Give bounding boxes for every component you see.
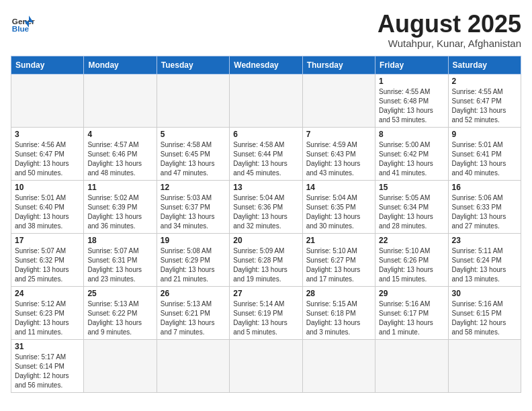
weekday-header-tuesday: Tuesday [157, 56, 229, 74]
week-row-2: 10Sunrise: 5:01 AM Sunset: 6:40 PM Dayli… [11, 180, 521, 233]
calendar-cell: 29Sunrise: 5:16 AM Sunset: 6:17 PM Dayli… [375, 286, 448, 339]
weekday-header-wednesday: Wednesday [230, 56, 302, 74]
calendar-cell: 24Sunrise: 5:12 AM Sunset: 6:23 PM Dayli… [11, 286, 84, 339]
calendar-cell: 12Sunrise: 5:03 AM Sunset: 6:37 PM Dayli… [157, 180, 229, 233]
calendar: SundayMondayTuesdayWednesdayThursdayFrid… [11, 56, 521, 393]
day-number: 6 [233, 130, 298, 139]
day-info: Sunrise: 5:10 AM Sunset: 6:26 PM Dayligh… [379, 246, 444, 284]
day-info: Sunrise: 4:55 AM Sunset: 6:47 PM Dayligh… [452, 87, 517, 125]
day-info: Sunrise: 4:56 AM Sunset: 6:47 PM Dayligh… [15, 140, 80, 178]
day-number: 23 [452, 236, 517, 245]
calendar-cell: 14Sunrise: 5:04 AM Sunset: 6:35 PM Dayli… [302, 180, 375, 233]
day-number: 27 [233, 289, 298, 298]
day-info: Sunrise: 5:03 AM Sunset: 6:37 PM Dayligh… [161, 193, 226, 231]
calendar-cell: 10Sunrise: 5:01 AM Sunset: 6:40 PM Dayli… [11, 180, 84, 233]
day-info: Sunrise: 5:13 AM Sunset: 6:21 PM Dayligh… [161, 300, 226, 337]
calendar-cell: 26Sunrise: 5:13 AM Sunset: 6:21 PM Dayli… [157, 286, 229, 339]
logo-icon: General Blue [11, 11, 35, 35]
calendar-cell: 18Sunrise: 5:07 AM Sunset: 6:31 PM Dayli… [84, 233, 157, 286]
weekday-header-monday: Monday [84, 56, 157, 74]
day-number: 28 [306, 289, 371, 298]
calendar-cell: 2Sunrise: 4:55 AM Sunset: 6:47 PM Daylig… [448, 74, 521, 127]
calendar-cell: 31Sunrise: 5:17 AM Sunset: 6:14 PM Dayli… [11, 339, 84, 392]
calendar-cell: 5Sunrise: 4:58 AM Sunset: 6:45 PM Daylig… [157, 127, 229, 180]
title-area: August 2025 Wutahpur, Kunar, Afghanistan [378, 11, 521, 49]
calendar-cell: 28Sunrise: 5:15 AM Sunset: 6:18 PM Dayli… [302, 286, 375, 339]
calendar-cell: 30Sunrise: 5:16 AM Sunset: 6:15 PM Dayli… [448, 286, 521, 339]
calendar-cell: 19Sunrise: 5:08 AM Sunset: 6:29 PM Dayli… [157, 233, 229, 286]
day-number: 11 [87, 183, 152, 192]
day-info: Sunrise: 5:00 AM Sunset: 6:42 PM Dayligh… [379, 140, 444, 178]
calendar-cell: 21Sunrise: 5:10 AM Sunset: 6:27 PM Dayli… [302, 233, 375, 286]
day-info: Sunrise: 5:14 AM Sunset: 6:19 PM Dayligh… [233, 300, 298, 337]
week-row-3: 17Sunrise: 5:07 AM Sunset: 6:32 PM Dayli… [11, 233, 521, 286]
calendar-cell [84, 74, 157, 127]
week-row-4: 24Sunrise: 5:12 AM Sunset: 6:23 PM Dayli… [11, 286, 521, 339]
calendar-cell [230, 339, 302, 392]
day-info: Sunrise: 5:15 AM Sunset: 6:18 PM Dayligh… [306, 300, 371, 337]
day-number: 22 [379, 236, 444, 245]
day-number: 1 [379, 77, 444, 86]
weekday-header-sunday: Sunday [11, 56, 84, 74]
calendar-cell [230, 74, 302, 127]
day-info: Sunrise: 5:12 AM Sunset: 6:23 PM Dayligh… [15, 300, 80, 337]
day-info: Sunrise: 5:16 AM Sunset: 6:17 PM Dayligh… [379, 300, 444, 337]
day-info: Sunrise: 5:06 AM Sunset: 6:33 PM Dayligh… [452, 193, 517, 231]
day-number: 16 [452, 183, 517, 192]
day-number: 10 [15, 183, 80, 192]
day-info: Sunrise: 5:16 AM Sunset: 6:15 PM Dayligh… [452, 300, 517, 337]
calendar-cell: 7Sunrise: 4:59 AM Sunset: 6:43 PM Daylig… [302, 127, 375, 180]
calendar-cell: 16Sunrise: 5:06 AM Sunset: 6:33 PM Dayli… [448, 180, 521, 233]
calendar-cell: 4Sunrise: 4:57 AM Sunset: 6:46 PM Daylig… [84, 127, 157, 180]
calendar-cell [157, 339, 229, 392]
calendar-cell [11, 74, 84, 127]
day-info: Sunrise: 4:57 AM Sunset: 6:46 PM Dayligh… [87, 140, 152, 178]
day-number: 3 [15, 130, 80, 139]
header: General Blue August 2025 Wutahpur, Kunar… [11, 11, 521, 49]
calendar-cell: 27Sunrise: 5:14 AM Sunset: 6:19 PM Dayli… [230, 286, 302, 339]
day-number: 24 [15, 289, 80, 298]
calendar-cell [302, 339, 375, 392]
calendar-cell [302, 74, 375, 127]
day-info: Sunrise: 4:55 AM Sunset: 6:48 PM Dayligh… [379, 87, 444, 125]
logo: General Blue [11, 11, 35, 35]
calendar-cell: 9Sunrise: 5:01 AM Sunset: 6:41 PM Daylig… [448, 127, 521, 180]
calendar-cell: 22Sunrise: 5:10 AM Sunset: 6:26 PM Dayli… [375, 233, 448, 286]
day-number: 31 [15, 342, 80, 351]
week-row-0: 1Sunrise: 4:55 AM Sunset: 6:48 PM Daylig… [11, 74, 521, 127]
day-info: Sunrise: 5:07 AM Sunset: 6:31 PM Dayligh… [87, 246, 152, 284]
day-info: Sunrise: 5:10 AM Sunset: 6:27 PM Dayligh… [306, 246, 371, 284]
weekday-header-thursday: Thursday [302, 56, 375, 74]
day-number: 15 [379, 183, 444, 192]
day-info: Sunrise: 5:04 AM Sunset: 6:35 PM Dayligh… [306, 193, 371, 231]
day-info: Sunrise: 5:02 AM Sunset: 6:39 PM Dayligh… [87, 193, 152, 231]
day-info: Sunrise: 4:58 AM Sunset: 6:44 PM Dayligh… [233, 140, 298, 178]
calendar-cell [157, 74, 229, 127]
day-number: 19 [161, 236, 226, 245]
day-info: Sunrise: 5:08 AM Sunset: 6:29 PM Dayligh… [161, 246, 226, 284]
day-number: 29 [379, 289, 444, 298]
day-info: Sunrise: 5:07 AM Sunset: 6:32 PM Dayligh… [15, 246, 80, 284]
weekday-header-saturday: Saturday [448, 56, 521, 74]
day-number: 2 [452, 77, 517, 86]
day-number: 7 [306, 130, 371, 139]
day-number: 8 [379, 130, 444, 139]
day-info: Sunrise: 5:11 AM Sunset: 6:24 PM Dayligh… [452, 246, 517, 284]
location: Wutahpur, Kunar, Afghanistan [378, 38, 521, 49]
month-year: August 2025 [378, 11, 521, 38]
svg-text:Blue: Blue [12, 24, 30, 33]
weekday-header-friday: Friday [375, 56, 448, 74]
calendar-cell: 6Sunrise: 4:58 AM Sunset: 6:44 PM Daylig… [230, 127, 302, 180]
calendar-cell: 17Sunrise: 5:07 AM Sunset: 6:32 PM Dayli… [11, 233, 84, 286]
week-row-5: 31Sunrise: 5:17 AM Sunset: 6:14 PM Dayli… [11, 339, 521, 392]
calendar-cell: 8Sunrise: 5:00 AM Sunset: 6:42 PM Daylig… [375, 127, 448, 180]
day-number: 17 [15, 236, 80, 245]
day-info: Sunrise: 5:01 AM Sunset: 6:40 PM Dayligh… [15, 193, 80, 231]
day-info: Sunrise: 5:17 AM Sunset: 6:14 PM Dayligh… [15, 353, 80, 390]
day-info: Sunrise: 5:09 AM Sunset: 6:28 PM Dayligh… [233, 246, 298, 284]
calendar-cell: 1Sunrise: 4:55 AM Sunset: 6:48 PM Daylig… [375, 74, 448, 127]
calendar-cell: 11Sunrise: 5:02 AM Sunset: 6:39 PM Dayli… [84, 180, 157, 233]
calendar-cell [375, 339, 448, 392]
calendar-cell: 3Sunrise: 4:56 AM Sunset: 6:47 PM Daylig… [11, 127, 84, 180]
calendar-cell: 25Sunrise: 5:13 AM Sunset: 6:22 PM Dayli… [84, 286, 157, 339]
